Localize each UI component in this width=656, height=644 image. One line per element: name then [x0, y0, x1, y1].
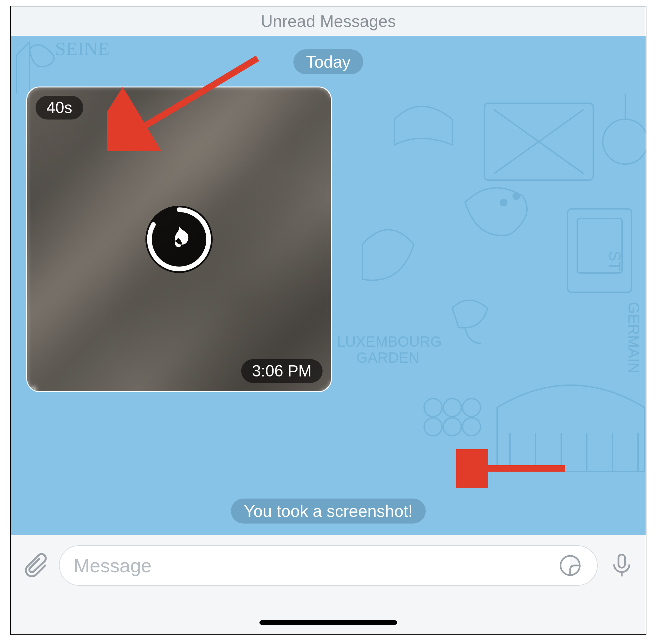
unread-header: Unread Messages	[11, 6, 646, 37]
message-input[interactable]: Message	[59, 545, 598, 586]
disappearing-photo-message[interactable]: 40s 3:06 PM	[26, 87, 332, 392]
input-bar: Message	[11, 535, 646, 635]
svg-point-10	[443, 398, 461, 416]
svg-rect-16	[577, 218, 622, 273]
screenshot-notice: You took a screenshot!	[231, 499, 425, 524]
svg-point-12	[424, 418, 442, 436]
home-indicator[interactable]	[259, 620, 397, 625]
chat-area[interactable]: SEINE LUXEMBOURG GARDEN ST GERMAIN	[11, 36, 646, 535]
paperclip-icon	[21, 551, 49, 580]
svg-point-13	[443, 418, 461, 436]
date-pill: Today	[294, 49, 364, 74]
svg-point-11	[463, 398, 481, 416]
date-separator: Today	[11, 49, 646, 74]
attach-button[interactable]	[11, 551, 59, 580]
sticker-button[interactable]	[557, 553, 583, 578]
svg-point-14	[463, 418, 481, 436]
bubble-tail	[26, 378, 35, 392]
sticker-icon	[559, 554, 582, 577]
app-frame: Unread Messages SEINE LUXEMBOURG GARDEN	[10, 6, 647, 635]
svg-text:GERMAIN: GERMAIN	[625, 302, 642, 374]
svg-point-5	[513, 193, 519, 199]
svg-rect-23	[618, 555, 625, 568]
unread-header-title: Unread Messages	[261, 12, 396, 31]
microphone-icon	[609, 552, 635, 579]
voice-message-button[interactable]	[598, 552, 646, 579]
svg-point-9	[424, 398, 442, 416]
svg-point-2	[603, 119, 646, 164]
svg-text:ST: ST	[606, 251, 624, 271]
svg-point-6	[500, 199, 507, 206]
annotation-arrow-bottom	[456, 449, 571, 488]
svg-rect-1	[484, 103, 593, 180]
svg-rect-15	[568, 209, 632, 292]
svg-text:LUXEMBOURG: LUXEMBOURG	[337, 333, 442, 350]
message-timestamp: 3:06 PM	[241, 359, 323, 383]
self-destruct-timer-badge: 40s	[36, 96, 83, 119]
flame-icon	[145, 206, 213, 273]
message-placeholder: Message	[74, 555, 557, 577]
system-message-row: You took a screenshot!	[11, 499, 646, 524]
svg-text:GARDEN: GARDEN	[356, 349, 419, 366]
